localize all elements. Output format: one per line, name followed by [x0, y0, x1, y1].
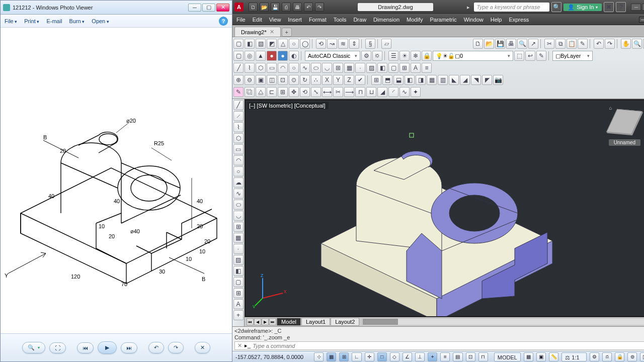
layer-prev-icon[interactable]: ↩	[525, 51, 535, 61]
draw-ellipse-icon[interactable]: ⬭	[311, 63, 321, 73]
wpv-close-button[interactable]: ✕	[216, 4, 229, 12]
wpv-fit-button[interactable]: ⛶	[49, 342, 66, 353]
ucs-obj-icon[interactable]: ◫	[267, 75, 277, 85]
sb-3dosnap-icon[interactable]: ◇	[390, 352, 399, 361]
lt-rect-icon[interactable]: ▭	[233, 144, 244, 154]
viewcube[interactable]: ⌂ Unnamed	[607, 105, 642, 150]
mod-stretch-icon[interactable]: ⟷	[322, 87, 332, 97]
qat-open-icon[interactable]: 📂	[260, 3, 269, 12]
tool-solid-blue-icon[interactable]: ●	[278, 51, 288, 61]
search-go-button[interactable]: 🔍	[551, 2, 561, 12]
mod-array-icon[interactable]: ⊞	[278, 87, 288, 97]
viewcube-home-icon[interactable]: ⌂	[609, 105, 612, 111]
wpv-zoom-button[interactable]: 🔍	[22, 342, 45, 353]
acad-search-input[interactable]: Type a keyword or phrase	[474, 3, 549, 12]
wpv-rotate-cw-button[interactable]: ↷	[168, 342, 184, 353]
workspace-settings-icon[interactable]: ⚙	[361, 51, 371, 61]
sb-units-icon[interactable]: 📏	[549, 352, 558, 361]
draw-polygon-icon[interactable]: ⬡	[256, 63, 266, 73]
sb-hw-icon[interactable]: ⊚	[627, 352, 637, 361]
autocad-logo-icon[interactable]: A	[234, 3, 244, 12]
view-ne-icon[interactable]: ◥	[471, 75, 481, 85]
acad-titlebar[interactable]: A 🗋 📂 💾 ⎙ 🖶 ↶ ↷ Drawing2.dwg ▸ Type a ke…	[232, 0, 644, 14]
viewcube-ucs-label[interactable]: Unnamed	[609, 139, 640, 146]
mod-fillet-icon[interactable]: ◜	[388, 87, 398, 97]
tool-zoom-icon[interactable]: 🔍	[632, 39, 642, 49]
wpv-menu-file[interactable]: File	[5, 18, 17, 24]
menu-draw[interactable]: Draw	[353, 17, 366, 23]
tool-revolve-icon[interactable]: ⟲	[316, 39, 326, 49]
tool-surface-icon[interactable]: ◐	[289, 51, 299, 61]
mod-break-icon[interactable]: ⊓	[355, 87, 365, 97]
draw-arc-icon[interactable]: ◠	[278, 63, 288, 73]
wpv-delete-button[interactable]: ✕	[195, 342, 210, 353]
sb-polar-icon[interactable]: ✛	[365, 352, 374, 361]
sb-ducs-icon[interactable]: ⊥	[415, 352, 425, 361]
draw-insert-icon[interactable]: ⊞	[333, 63, 343, 73]
tool-new2-icon[interactable]: 🗋	[473, 39, 483, 49]
layout-nav-next[interactable]: ▶	[262, 318, 269, 325]
lt-revcloud-icon[interactable]: ☁	[233, 177, 244, 188]
layout-nav-prev[interactable]: ◀	[254, 318, 261, 325]
menu-tools[interactable]: Tools	[334, 17, 347, 23]
lt-block-icon[interactable]: ▦	[233, 233, 244, 243]
qat-save-icon[interactable]: 💾	[271, 3, 280, 12]
ucs-world-icon[interactable]: ⊕	[233, 75, 244, 85]
mdi-min-button[interactable]: ─	[639, 17, 644, 23]
tool-extrude-icon[interactable]: ◧	[245, 39, 255, 49]
qat-plot-icon[interactable]: 🖶	[293, 3, 302, 12]
mod-move-icon[interactable]: ✥	[289, 87, 299, 97]
layout-nav-first[interactable]: ⏮	[247, 318, 254, 325]
tool-region-icon[interactable]: ▢	[233, 51, 244, 61]
layout-tab-2[interactable]: Layout2	[331, 318, 359, 326]
mod-erase-icon[interactable]: ✎	[233, 87, 244, 97]
viewcube-cube[interactable]	[606, 109, 642, 134]
sb-qview-icon[interactable]: ▣	[536, 352, 546, 361]
menu-dimension[interactable]: Dimension	[373, 17, 399, 23]
sb-model-toggle[interactable]: MODEL	[494, 352, 521, 361]
ucs-x-icon[interactable]: X	[322, 75, 332, 85]
wpv-menu-burn[interactable]: Burn	[69, 18, 85, 24]
qat-undo-icon[interactable]: ↶	[304, 3, 313, 12]
lt-table-icon[interactable]: ⊞	[233, 288, 244, 298]
draw-hatch-icon[interactable]: ▨	[366, 63, 376, 73]
help-icon[interactable]: ?	[616, 2, 626, 12]
layer-lock-icon[interactable]: 🔒	[422, 51, 432, 61]
bylayer-select[interactable]: ▢ ByLayer	[552, 51, 593, 61]
sb-annovis-icon[interactable]: ⚙	[590, 352, 599, 361]
tool-match-icon[interactable]: ✎	[578, 39, 588, 49]
workspace-select[interactable]: AutoCAD Classic	[305, 51, 360, 61]
menu-view[interactable]: View	[269, 17, 281, 23]
menu-express[interactable]: Express	[509, 17, 529, 23]
sb-ortho-icon[interactable]: ∟	[352, 352, 361, 361]
wpv-menu-email[interactable]: E-mail	[46, 18, 62, 24]
lt-arc-icon[interactable]: ◠	[233, 155, 244, 165]
mod-mirror-icon[interactable]: ⧋	[256, 87, 266, 97]
draw-pline-icon[interactable]: ⌇	[245, 63, 255, 73]
sb-qp-icon[interactable]: ⊡	[466, 352, 475, 361]
view-top-icon[interactable]: ⬒	[382, 75, 392, 85]
tool-pyramid-icon[interactable]: ▲	[256, 51, 266, 61]
lt-line-icon[interactable]: ╱	[233, 100, 244, 110]
sb-snap-icon[interactable]: ▦	[327, 352, 336, 361]
draw-block-icon[interactable]: ▦	[344, 63, 354, 73]
wpv-prev-button[interactable]: ⏮	[77, 342, 94, 353]
sb-iso-icon[interactable]: ◳	[640, 352, 644, 361]
mod-blend-icon[interactable]: ∿	[399, 87, 410, 97]
menu-file[interactable]: File	[236, 17, 246, 23]
tool-publish-icon[interactable]: ↗	[528, 39, 538, 49]
ucs-z-icon[interactable]: ↻	[300, 75, 310, 85]
tool-box-icon[interactable]: ▢	[233, 39, 244, 49]
tool-polysolid-icon[interactable]: ▧	[256, 39, 266, 49]
view-named-icon[interactable]: ⊞	[371, 75, 381, 85]
menu-insert[interactable]: Insert	[288, 17, 302, 23]
tool-planar-icon[interactable]: ▱	[381, 39, 391, 49]
menu-window[interactable]: Window	[464, 17, 484, 23]
wpv-rotate-ccw-button[interactable]: ↶	[148, 342, 164, 353]
menu-modify[interactable]: Modify	[407, 17, 423, 23]
lt-insert-icon[interactable]: ⊞	[233, 222, 244, 232]
wpv-titlebar[interactable]: 121212 - Windows Photo Viewer ─ ▢ ✕	[1, 1, 232, 15]
ucs-apply-icon[interactable]: ✔	[355, 75, 365, 85]
qat-new-icon[interactable]: 🗋	[249, 3, 258, 12]
wpv-maximize-button[interactable]: ▢	[202, 4, 215, 12]
